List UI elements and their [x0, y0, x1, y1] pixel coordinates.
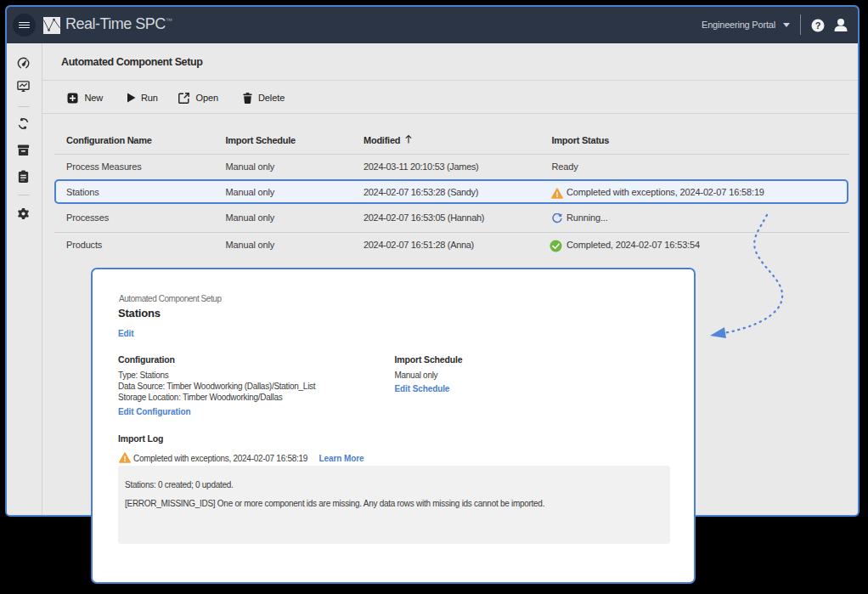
- svg-text:?: ?: [815, 20, 821, 31]
